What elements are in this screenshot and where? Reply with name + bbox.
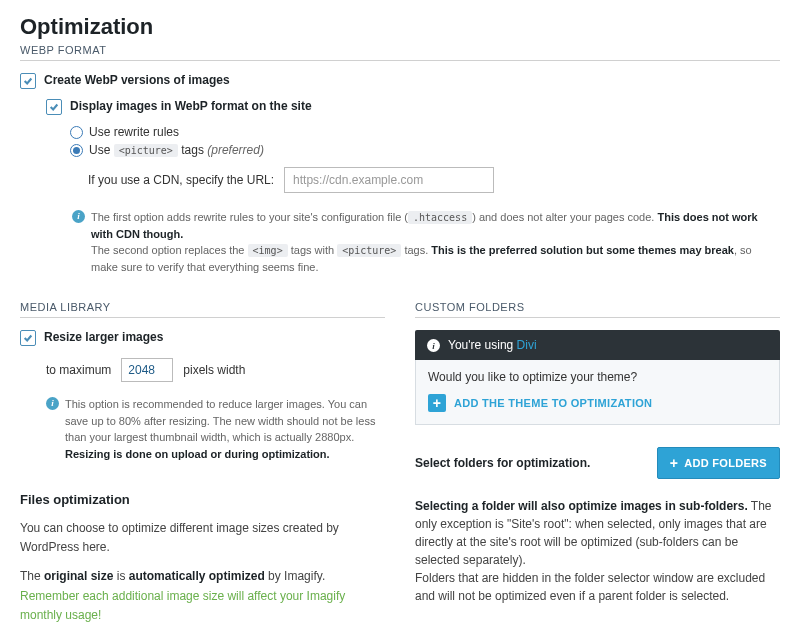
label-display-webp: Display images in WebP format on the sit… [70, 99, 312, 113]
checkbox-create-webp[interactable] [20, 73, 36, 89]
label-px-width: pixels width [183, 363, 245, 377]
label-resize: Resize larger images [44, 330, 163, 344]
label-picture-tags: Use <picture> tags (preferred) [89, 143, 264, 157]
webp-info-text: The first option adds rewrite rules to y… [91, 209, 780, 275]
files-heading: Files optimization [20, 492, 385, 507]
select-folders-label: Select folders for optimization. [415, 456, 590, 470]
info-icon: i [46, 397, 59, 410]
label-rewrite-rules: Use rewrite rules [89, 125, 179, 139]
checkbox-resize[interactable] [20, 330, 36, 346]
files-p2: The original size is automatically optim… [20, 567, 385, 586]
input-max-width[interactable] [121, 358, 173, 382]
info-icon: i [427, 339, 440, 352]
section-webp-label: WEBP FORMAT [20, 44, 780, 61]
radio-rewrite-rules[interactable] [70, 126, 83, 139]
theme-banner: i You're using Divi [415, 330, 780, 360]
plus-icon: + [428, 394, 446, 412]
info-icon: i [72, 210, 85, 223]
input-cdn-url[interactable] [284, 167, 494, 193]
section-media-label: MEDIA LIBRARY [20, 301, 385, 318]
checkbox-display-webp[interactable] [46, 99, 62, 115]
folders-help: Selecting a folder will also optimize im… [415, 497, 780, 605]
label-to-max: to maximum [46, 363, 111, 377]
add-theme-button[interactable]: + ADD THE THEME TO OPTIMIZATION [428, 394, 652, 412]
resize-help-text: This option is recommended to reduce lar… [65, 396, 385, 462]
page-title: Optimization [20, 14, 780, 40]
add-folders-button[interactable]: + ADD FOLDERS [657, 447, 780, 479]
section-custom-label: CUSTOM FOLDERS [415, 301, 780, 318]
plus-icon: + [670, 455, 678, 471]
label-create-webp: Create WebP versions of images [44, 73, 230, 87]
label-cdn-url: If you use a CDN, specify the URL: [88, 173, 274, 187]
theme-question: Would you like to optimize your theme? [428, 370, 767, 384]
radio-picture-tags[interactable] [70, 144, 83, 157]
files-p1: You can choose to optimize different ima… [20, 519, 385, 557]
files-p3: Remember each additional image size will… [20, 587, 385, 623]
